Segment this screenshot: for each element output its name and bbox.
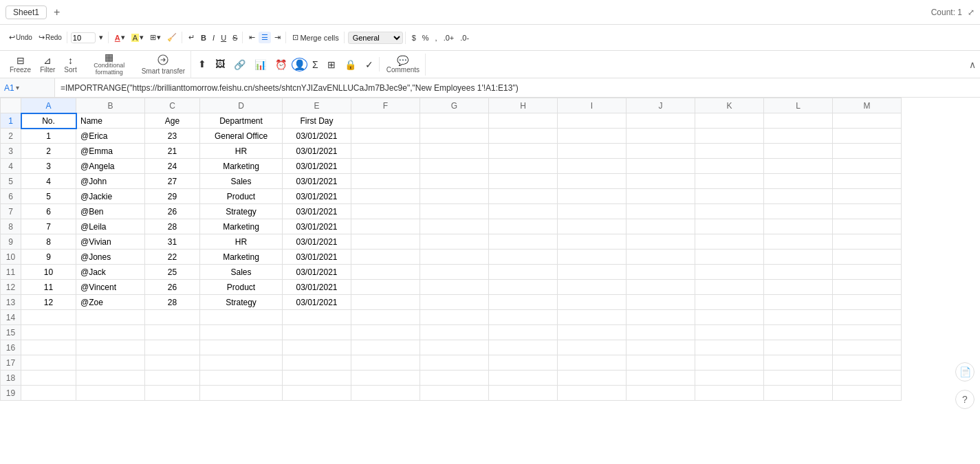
cell-18-B[interactable]	[76, 371, 145, 386]
cell-15-E[interactable]	[283, 325, 351, 340]
underline-button[interactable]: U	[218, 32, 229, 43]
cell-15-L[interactable]	[764, 325, 833, 340]
cell-18-D[interactable]	[200, 371, 283, 386]
cell-2-D[interactable]: General Office	[200, 129, 283, 144]
cell-18-L[interactable]	[764, 371, 833, 386]
cell-12-D[interactable]: Product	[200, 280, 283, 295]
cell-18-J[interactable]	[627, 371, 695, 386]
cell-2-G[interactable]	[420, 129, 489, 144]
cell-10-C[interactable]: 22	[145, 250, 200, 265]
cell-19-I[interactable]	[558, 386, 627, 401]
cell-7-F[interactable]	[351, 204, 420, 219]
cell-16-A[interactable]	[21, 340, 76, 355]
cell-15-B[interactable]	[76, 325, 145, 340]
cell-1-C[interactable]: Age	[145, 113, 200, 129]
cell-1-I[interactable]	[558, 113, 627, 129]
cell-14-J[interactable]	[627, 310, 695, 325]
borders-button[interactable]: ⊞▾	[147, 32, 164, 43]
clock-button[interactable]: ⏰	[271, 58, 291, 71]
cell-3-L[interactable]	[764, 144, 833, 159]
cell-19-G[interactable]	[420, 386, 489, 401]
cell-8-K[interactable]	[695, 219, 764, 234]
cell-6-M[interactable]	[833, 189, 902, 204]
comments-button[interactable]: 💬 Comments	[382, 54, 424, 76]
cell-1-A[interactable]: No.	[21, 113, 76, 129]
col-header-L[interactable]: L	[764, 98, 833, 113]
cell-5-M[interactable]	[833, 174, 902, 189]
cell-19-B[interactable]	[76, 386, 145, 401]
cell-9-F[interactable]	[351, 234, 420, 250]
cell-9-I[interactable]	[558, 234, 627, 250]
cell-9-M[interactable]	[833, 234, 902, 250]
cell-2-A[interactable]: 1	[21, 129, 76, 144]
cell-14-L[interactable]	[764, 310, 833, 325]
row-header-12[interactable]: 12	[1, 280, 21, 295]
cell-14-H[interactable]	[489, 310, 558, 325]
cell-8-C[interactable]: 28	[145, 219, 200, 234]
col-header-B[interactable]: B	[76, 98, 145, 113]
cell-10-A[interactable]: 9	[21, 250, 76, 265]
cell-15-J[interactable]	[627, 325, 695, 340]
cell-10-K[interactable]	[695, 250, 764, 265]
cell-16-I[interactable]	[558, 340, 627, 355]
cell-11-L[interactable]	[764, 265, 833, 280]
cell-18-C[interactable]	[145, 371, 200, 386]
cell-19-K[interactable]	[695, 386, 764, 401]
cell-10-M[interactable]	[833, 250, 902, 265]
cell-2-K[interactable]	[695, 129, 764, 144]
cell-18-A[interactable]	[21, 371, 76, 386]
cell-6-C[interactable]: 29	[145, 189, 200, 204]
cell-9-K[interactable]	[695, 234, 764, 250]
cell-17-L[interactable]	[764, 355, 833, 371]
cell-12-L[interactable]	[764, 280, 833, 295]
row-header-6[interactable]: 6	[1, 189, 21, 204]
cell-12-A[interactable]: 11	[21, 280, 76, 295]
align-left-button[interactable]: ⇤	[246, 32, 258, 43]
cell-19-D[interactable]	[200, 386, 283, 401]
align-right-button[interactable]: ⇥	[272, 32, 283, 43]
cell-12-K[interactable]	[695, 280, 764, 295]
row-header-17[interactable]: 17	[1, 355, 21, 371]
doc-icon-button[interactable]: 📄	[955, 362, 974, 382]
cell-4-H[interactable]	[489, 159, 558, 174]
cell-19-H[interactable]	[489, 386, 558, 401]
row-header-13[interactable]: 13	[1, 295, 21, 310]
cell-1-L[interactable]	[764, 113, 833, 129]
cell-2-I[interactable]	[558, 129, 627, 144]
cell-14-K[interactable]	[695, 310, 764, 325]
cell-16-J[interactable]	[627, 340, 695, 355]
cell-8-J[interactable]	[627, 219, 695, 234]
col-header-H[interactable]: H	[489, 98, 558, 113]
cell-6-I[interactable]	[558, 189, 627, 204]
cell-1-M[interactable]	[833, 113, 902, 129]
cell-9-C[interactable]: 31	[145, 234, 200, 250]
cell-10-H[interactable]	[489, 250, 558, 265]
expand-icon[interactable]: ⤢	[968, 8, 974, 17]
cell-5-D[interactable]: Sales	[200, 174, 283, 189]
cell-7-E[interactable]: 03/01/2021	[283, 204, 351, 219]
cell-19-L[interactable]	[764, 386, 833, 401]
merge-cells-button[interactable]: ⊡ Merge cells	[290, 32, 341, 43]
row-header-19[interactable]: 19	[1, 386, 21, 401]
cell-5-K[interactable]	[695, 174, 764, 189]
row-header-10[interactable]: 10	[1, 250, 21, 265]
cell-7-B[interactable]: @Ben	[76, 204, 145, 219]
comma-button[interactable]: ,	[433, 32, 440, 43]
cell-12-J[interactable]	[627, 280, 695, 295]
cell-3-F[interactable]	[351, 144, 420, 159]
cell-17-F[interactable]	[351, 355, 420, 371]
cell-8-H[interactable]	[489, 219, 558, 234]
cell-4-I[interactable]	[558, 159, 627, 174]
cell-13-M[interactable]	[833, 295, 902, 310]
cell-7-K[interactable]	[695, 204, 764, 219]
cell-5-I[interactable]	[558, 174, 627, 189]
decimal-inc-button[interactable]: .0+	[441, 32, 457, 43]
cell-15-M[interactable]	[833, 325, 902, 340]
cell-14-D[interactable]	[200, 310, 283, 325]
cell-18-I[interactable]	[558, 371, 627, 386]
row-header-18[interactable]: 18	[1, 371, 21, 386]
cell-4-L[interactable]	[764, 159, 833, 174]
font-size-input[interactable]	[71, 32, 96, 43]
cell-12-I[interactable]	[558, 280, 627, 295]
cell-18-F[interactable]	[351, 371, 420, 386]
